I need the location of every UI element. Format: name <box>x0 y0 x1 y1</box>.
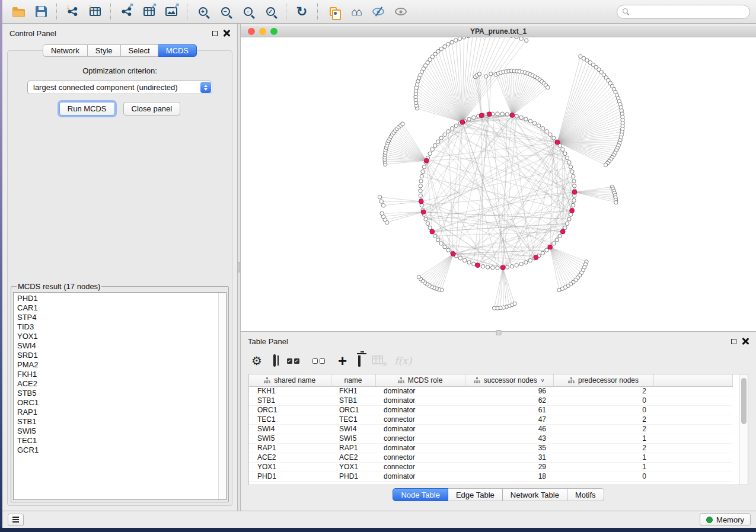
mcds-result-item[interactable]: RAP1 <box>14 408 226 417</box>
close-traffic-light[interactable] <box>248 28 255 35</box>
import-table-button[interactable]: ↓ <box>84 2 106 21</box>
network-node[interactable] <box>515 37 518 39</box>
network-node[interactable] <box>426 222 429 225</box>
network-node[interactable] <box>421 170 425 174</box>
network-node[interactable] <box>467 117 471 121</box>
network-node[interactable] <box>433 234 437 238</box>
network-node[interactable] <box>484 75 488 78</box>
refresh-view-button[interactable]: ↻ <box>291 2 313 21</box>
column-header-name[interactable]: name <box>331 374 375 386</box>
mcds-result-item[interactable]: PMA2 <box>14 360 226 370</box>
network-node[interactable] <box>443 245 446 249</box>
table-row[interactable]: RAP1RAP1dominator352 <box>249 443 732 453</box>
zoom-fit-button[interactable]: ▫ <box>237 2 259 21</box>
tab-edge-table[interactable]: Edge Table <box>448 488 503 501</box>
network-node[interactable] <box>439 242 443 245</box>
mcds-result-item[interactable]: CAR1 <box>14 303 226 313</box>
network-view[interactable] <box>241 37 756 331</box>
table-row[interactable]: ACE2ACE2connector311 <box>249 453 732 462</box>
dominator-node[interactable] <box>510 113 515 118</box>
dominator-node[interactable] <box>487 112 492 117</box>
table-row[interactable]: SWI4SWI4dominator462 <box>249 424 732 434</box>
network-node[interactable] <box>419 189 422 193</box>
network-node[interactable] <box>450 127 454 130</box>
tab-style[interactable]: Style <box>88 44 121 57</box>
network-node[interactable] <box>524 117 528 121</box>
network-node[interactable] <box>570 170 574 174</box>
zoom-selected-button[interactable]: ✓ <box>259 2 282 21</box>
network-node[interactable] <box>541 127 544 130</box>
dominator-node[interactable] <box>476 263 480 268</box>
network-node[interactable] <box>565 222 569 225</box>
network-node[interactable] <box>569 165 572 169</box>
network-node[interactable] <box>446 130 450 133</box>
network-node[interactable] <box>510 265 513 268</box>
mcds-result-item[interactable]: STB1 <box>14 417 226 427</box>
table-row[interactable]: TEC1TEC1connector472 <box>249 415 732 424</box>
clone-network-button[interactable] <box>322 2 344 21</box>
mcds-result-item[interactable]: ORC1 <box>14 398 226 408</box>
tab-node-table[interactable]: Node Table <box>393 488 448 501</box>
network-node[interactable] <box>572 198 576 202</box>
float-window-icon[interactable] <box>212 31 218 36</box>
table-row[interactable]: PHD1PHD1dominator180 <box>249 472 732 481</box>
result-list-scrollbar[interactable] <box>218 293 226 499</box>
network-node[interactable] <box>572 180 576 183</box>
import-network-button[interactable]: ↓ <box>61 2 84 21</box>
network-node[interactable] <box>500 112 504 116</box>
network-node[interactable] <box>528 258 532 262</box>
network-node[interactable] <box>515 114 518 118</box>
table-row[interactable]: FKH1FKH1dominator962 <box>249 386 732 396</box>
splitter-grip[interactable] <box>496 330 501 335</box>
network-node[interactable] <box>433 143 437 147</box>
network-node[interactable] <box>532 121 536 125</box>
network-node[interactable] <box>380 211 384 215</box>
select-all-columns-button[interactable] <box>287 352 301 370</box>
network-node[interactable] <box>481 265 484 268</box>
float-window-icon[interactable] <box>731 339 736 344</box>
network-node[interactable] <box>558 234 562 238</box>
dominator-node[interactable] <box>430 229 435 234</box>
tab-motifs[interactable]: Motifs <box>567 488 604 501</box>
table-scrollbar-thumb[interactable] <box>741 378 747 424</box>
dominator-node[interactable] <box>460 120 465 124</box>
network-node[interactable] <box>524 261 528 264</box>
network-node[interactable] <box>420 174 423 178</box>
mcds-result-item[interactable]: STP4 <box>14 313 226 322</box>
table-row[interactable]: ORC1ORC1dominator610 <box>249 405 732 415</box>
dominator-node[interactable] <box>548 245 553 249</box>
table-row[interactable]: SWI5SWI5connector431 <box>249 434 732 443</box>
network-node[interactable] <box>454 124 458 127</box>
network-canvas[interactable] <box>241 37 754 331</box>
network-node[interactable] <box>555 238 559 242</box>
open-network-button[interactable] <box>7 2 30 21</box>
network-node[interactable] <box>401 122 404 126</box>
network-node[interactable] <box>486 265 490 269</box>
network-node[interactable] <box>472 116 476 119</box>
network-node[interactable] <box>604 163 607 166</box>
splitter-grip[interactable] <box>238 262 240 273</box>
column-header-MCDS-role[interactable]: MCDS role <box>375 374 465 386</box>
dominator-node[interactable] <box>424 158 429 163</box>
save-session-button[interactable] <box>30 2 52 21</box>
network-node[interactable] <box>462 258 466 262</box>
mcds-result-item[interactable]: ACE2 <box>14 379 226 389</box>
table-scrollbar[interactable] <box>739 374 748 485</box>
mcds-result-item[interactable]: SWI5 <box>14 427 226 436</box>
network-node[interactable] <box>567 217 571 221</box>
network-node[interactable] <box>428 152 432 155</box>
tab-mcds[interactable]: MCDS <box>158 44 197 57</box>
network-node[interactable] <box>443 133 446 136</box>
deselect-all-columns-button[interactable] <box>312 352 327 370</box>
mcds-result-item[interactable]: TID3 <box>14 322 226 332</box>
close-panel-button[interactable]: Close panel <box>123 102 181 116</box>
network-node[interactable] <box>458 37 461 41</box>
network-node[interactable] <box>537 124 541 127</box>
mcds-result-item[interactable]: PHD1 <box>14 294 226 303</box>
network-node[interactable] <box>567 161 571 164</box>
table-row[interactable]: STB1STB1dominator620 <box>249 396 732 405</box>
mcds-result-item[interactable]: STB5 <box>14 389 226 398</box>
network-node[interactable] <box>545 248 548 252</box>
column-header-predecessor-nodes[interactable]: predecessor nodes <box>553 374 653 386</box>
dominator-node[interactable] <box>570 209 575 213</box>
